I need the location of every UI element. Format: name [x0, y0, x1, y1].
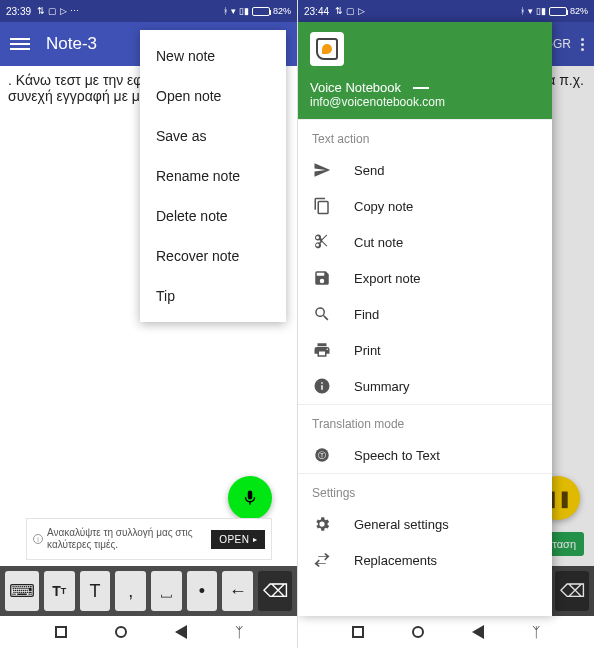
- status-time: 23:44: [304, 6, 329, 17]
- ad-open-button[interactable]: OPEN: [211, 530, 265, 549]
- battery-text: 82%: [273, 6, 291, 16]
- status-right-icons: ᚼ ▾ ▯▮ 82%: [223, 6, 291, 16]
- gear-icon: [312, 515, 332, 533]
- nav-bar: ᛉ: [298, 616, 594, 648]
- key-comma[interactable]: ,: [115, 571, 146, 611]
- swap-icon: [312, 551, 332, 569]
- status-bar: 23:39 ⇅▢▷⋯ ᚼ ▾ ▯▮ 82%: [0, 0, 297, 22]
- mic-fab[interactable]: [228, 476, 272, 520]
- wifi-icon: ▾: [528, 6, 533, 16]
- status-left-icons: ⇅▢▷: [335, 6, 365, 16]
- nav-back-icon[interactable]: [472, 625, 484, 639]
- account-dropdown-icon[interactable]: [413, 87, 429, 89]
- drawer-summary[interactable]: Summary: [298, 368, 552, 404]
- menu-recover-note[interactable]: Recover note: [140, 236, 286, 276]
- nav-drawer: Voice Notebook info@voicenotebook.com Te…: [298, 22, 552, 616]
- menu-new-note[interactable]: New note: [140, 36, 286, 76]
- nav-home-icon[interactable]: [412, 626, 424, 638]
- menu-delete-note[interactable]: Delete note: [140, 196, 286, 236]
- section-text-action: Text action: [298, 119, 552, 152]
- save-icon: [312, 269, 332, 287]
- drawer-app-name: Voice Notebook: [310, 80, 401, 95]
- ad-info-icon[interactable]: i: [33, 534, 43, 544]
- key-delete[interactable]: ⌫: [258, 571, 292, 611]
- battery-icon: [252, 7, 270, 16]
- copy-icon: [312, 197, 332, 215]
- send-icon: [312, 161, 332, 179]
- app-logo-icon: [310, 32, 344, 66]
- key-kbd[interactable]: ⌨: [5, 571, 39, 611]
- bluetooth-icon: ᚼ: [223, 6, 228, 16]
- drawer-export[interactable]: Export note: [298, 260, 552, 296]
- key-back[interactable]: ←: [222, 571, 253, 611]
- svg-text:Ⓣ: Ⓣ: [318, 451, 326, 460]
- ad-text: Ανακαλύψτε τη συλλογή μας στις καλύτερες…: [47, 527, 211, 551]
- status-left-icons: ⇅▢▷⋯: [37, 6, 79, 16]
- nav-home-icon[interactable]: [115, 626, 127, 638]
- nav-back-icon[interactable]: [175, 625, 187, 639]
- section-settings: Settings: [298, 473, 552, 506]
- drawer-general-settings[interactable]: General settings: [298, 506, 552, 542]
- signal-icon: ▯▮: [239, 6, 249, 16]
- menu-save-as[interactable]: Save as: [140, 116, 286, 156]
- mic-icon: [241, 489, 259, 507]
- keyboard-toolbar: ⌨ TT T , ⎵ • ← ⌫: [0, 566, 297, 616]
- key-textsize[interactable]: TT: [44, 571, 75, 611]
- drawer-send[interactable]: Send: [298, 152, 552, 188]
- battery-text: 82%: [570, 6, 588, 16]
- nav-accessibility-icon[interactable]: ᛉ: [235, 624, 243, 640]
- drawer-replacements[interactable]: Replacements: [298, 542, 552, 578]
- drawer-find[interactable]: Find: [298, 296, 552, 332]
- translate-icon: Ⓣ: [312, 446, 332, 464]
- screen-right: 23:44 ⇅▢▷ ᚼ ▾ ▯▮ 82% EL-GR ρματα π.χ. ❚❚…: [297, 0, 594, 648]
- key-dot[interactable]: •: [187, 571, 218, 611]
- bluetooth-icon: ᚼ: [520, 6, 525, 16]
- status-time: 23:39: [6, 6, 31, 17]
- drawer-print[interactable]: Print: [298, 332, 552, 368]
- nav-accessibility-icon[interactable]: ᛉ: [532, 624, 540, 640]
- menu-tip[interactable]: Tip: [140, 276, 286, 316]
- key-space[interactable]: ⎵: [151, 571, 182, 611]
- cut-icon: [312, 233, 332, 251]
- status-right-icons: ᚼ ▾ ▯▮ 82%: [520, 6, 588, 16]
- drawer-header: Voice Notebook info@voicenotebook.com: [298, 22, 552, 119]
- overflow-menu: New note Open note Save as Rename note D…: [140, 30, 286, 322]
- signal-icon: ▯▮: [536, 6, 546, 16]
- nav-recents-icon[interactable]: [352, 626, 364, 638]
- screen-left: 23:39 ⇅▢▷⋯ ᚼ ▾ ▯▮ 82% Note-3 . Κάνω τεστ…: [0, 0, 297, 648]
- drawer-cut[interactable]: Cut note: [298, 224, 552, 260]
- drawer-email: info@voicenotebook.com: [310, 95, 540, 109]
- info-icon: [312, 377, 332, 395]
- print-icon: [312, 341, 332, 359]
- key-t[interactable]: T: [80, 571, 111, 611]
- menu-open-note[interactable]: Open note: [140, 76, 286, 116]
- drawer-speech-to-text[interactable]: ⓉSpeech to Text: [298, 437, 552, 473]
- wifi-icon: ▾: [231, 6, 236, 16]
- menu-rename-note[interactable]: Rename note: [140, 156, 286, 196]
- status-bar: 23:44 ⇅▢▷ ᚼ ▾ ▯▮ 82%: [298, 0, 594, 22]
- search-icon: [312, 305, 332, 323]
- ad-banner[interactable]: i Ανακαλύψτε τη συλλογή μας στις καλύτερ…: [26, 518, 272, 560]
- nav-bar: ᛉ: [0, 616, 297, 648]
- nav-recents-icon[interactable]: [55, 626, 67, 638]
- hamburger-icon[interactable]: [10, 38, 30, 50]
- drawer-copy[interactable]: Copy note: [298, 188, 552, 224]
- section-translation: Translation mode: [298, 404, 552, 437]
- app-title: Note-3: [46, 34, 97, 54]
- battery-icon: [549, 7, 567, 16]
